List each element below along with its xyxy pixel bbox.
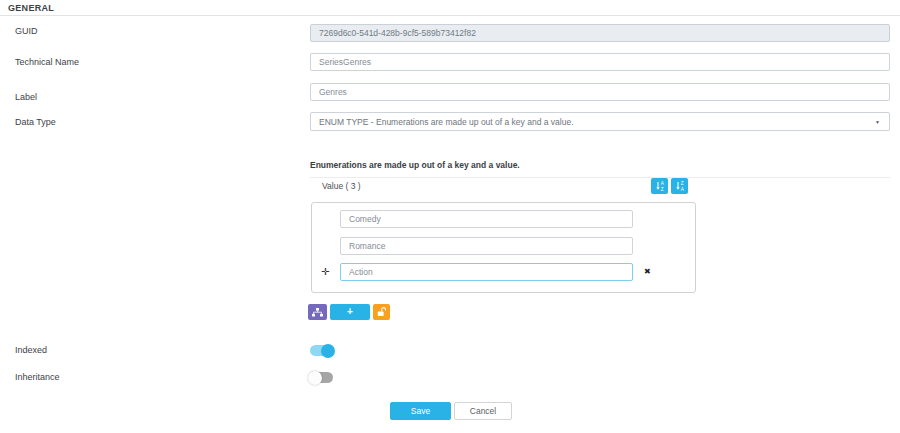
remove-item-icon[interactable]: ✖ [644,267,651,277]
sort-ascending-button[interactable]: A Z [651,178,668,194]
cancel-button[interactable]: Cancel [454,402,512,420]
data-type-select[interactable]: ENUM TYPE - Enumerations are made up out… [310,112,890,131]
enum-actions-row: + [308,304,390,320]
technical-name-input[interactable] [310,53,890,71]
add-value-button[interactable]: + [330,304,370,320]
inheritance-toggle[interactable] [308,370,335,385]
general-form-page: GENERAL GUID Technical Name Label Data T… [0,0,900,433]
sort-descending-button[interactable]: Z A [671,178,688,194]
guid-label: GUID [15,26,38,36]
enum-count-label: Value ( 3 ) [310,181,651,191]
technical-name-label: Technical Name [15,57,79,67]
svg-text:Z: Z [660,186,663,190]
data-type-selected-value: ENUM TYPE - Enumerations are made up out… [311,117,875,127]
plus-icon: + [347,307,353,317]
svg-text:A: A [680,186,684,190]
indexed-label: Indexed [15,345,47,355]
sort-buttons: A Z Z A [651,178,696,194]
toggle-knob [321,344,335,358]
data-type-label: Data Type [15,117,56,127]
section-title: GENERAL [8,3,54,13]
drag-move-icon[interactable]: ✛ [321,266,329,278]
guid-input [310,24,890,42]
enum-count-row: Value ( 3 ) A Z Z A [310,177,696,194]
section-divider [0,15,900,16]
sort-alpha-asc-icon: A Z [655,181,665,191]
chevron-down-icon: ▼ [875,119,889,125]
label-field-label: Label [15,92,37,102]
inheritance-label: Inheritance [15,372,60,382]
hierarchy-button[interactable] [308,304,327,320]
enum-value-input[interactable] [340,237,633,255]
save-button[interactable]: Save [390,402,451,420]
enum-value-input[interactable] [340,263,633,281]
unlock-button[interactable] [373,304,390,320]
label-input[interactable] [310,83,890,101]
enum-description: Enumerations are made up out of a key an… [310,160,890,178]
sitemap-icon [312,308,323,317]
enum-values-box: ✛ ✖ [311,202,696,293]
sort-alpha-desc-icon: Z A [675,181,685,191]
toggle-knob [308,371,322,385]
indexed-toggle[interactable] [308,343,335,358]
unlock-icon [377,307,386,317]
enum-value-input[interactable] [340,210,633,228]
